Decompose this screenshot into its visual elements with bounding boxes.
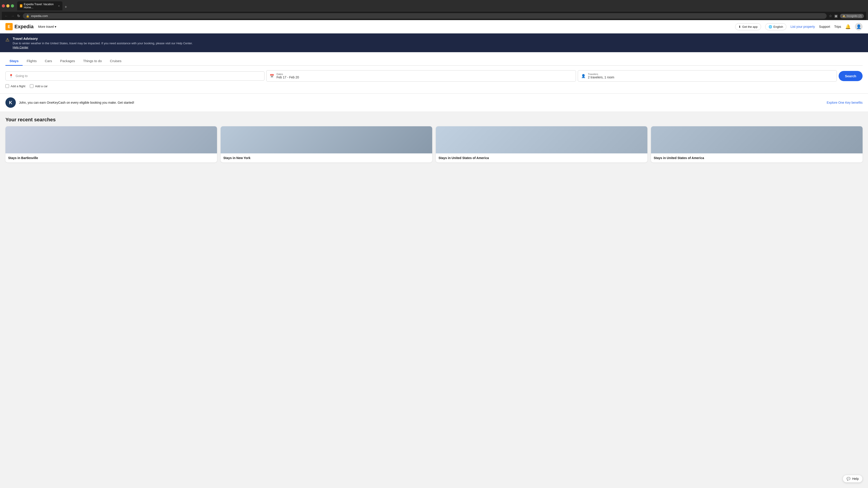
card-body-3: Stays in United States of America xyxy=(436,153,647,162)
card-image-4 xyxy=(651,126,863,153)
reload-button[interactable]: ↻ xyxy=(17,13,21,19)
card-image-1 xyxy=(5,126,217,153)
search-tabs: Stays Flights Cars Packages Things to do… xyxy=(5,57,863,66)
logo-text: Expedia xyxy=(14,24,33,30)
search-button[interactable]: Search xyxy=(839,71,863,81)
browser-chrome: × − □ E Expedia Travel: Vacation Home...… xyxy=(0,0,868,20)
add-car-label: Add a car xyxy=(35,85,48,88)
user-avatar[interactable]: 👤 xyxy=(855,23,863,31)
advisory-banner: ⚠ Travel Advisory Due to winter weather … xyxy=(0,33,868,52)
bookmark-button[interactable]: ☆ xyxy=(829,14,832,18)
site-header: E Expedia More travel ▾ ⬇ Get the app 🌐 … xyxy=(0,20,868,33)
tab-things-to-do[interactable]: Things to do xyxy=(79,57,106,66)
address-bar: ← → ↻ 🔒 expedia.com ☆ ▣ 🕵 Incognito (2) xyxy=(2,12,866,20)
recent-card-4[interactable]: Stays in United States of America xyxy=(651,126,863,162)
advisory-body: Due to winter weather in the United Stat… xyxy=(13,41,193,45)
header-left: E Expedia More travel ▾ xyxy=(5,23,56,30)
recent-card-3[interactable]: Stays in United States of America xyxy=(436,126,647,162)
travelers-value: 2 travelers, 1 room xyxy=(588,75,614,79)
rewards-banner: K John, you can earn OneKeyCash on every… xyxy=(0,94,868,111)
trips-link[interactable]: Trips xyxy=(834,25,841,29)
card-title-4: Stays in United States of America xyxy=(654,156,704,160)
main-content: Your recent searches Stays in Bartlesvil… xyxy=(0,111,868,168)
close-window-button[interactable]: × xyxy=(2,4,5,7)
card-image-placeholder-4 xyxy=(651,126,863,153)
explore-benefits-link[interactable]: Explore One Key benefits xyxy=(827,101,863,104)
dates-value: Feb 17 - Feb 20 xyxy=(276,75,299,79)
tab-stays[interactable]: Stays xyxy=(5,57,23,66)
card-title-2: Stays in New York xyxy=(223,156,250,160)
chevron-down-icon: ▾ xyxy=(55,25,56,29)
active-tab[interactable]: E Expedia Travel: Vacation Home... × xyxy=(17,1,62,10)
globe-icon: 🌐 xyxy=(769,25,772,29)
add-car-checkbox[interactable] xyxy=(30,84,33,88)
new-tab-button[interactable]: + xyxy=(63,4,69,10)
get-app-label: Get the app xyxy=(742,25,758,29)
tab-bar: E Expedia Travel: Vacation Home... × + xyxy=(17,1,69,10)
tab-favicon-icon: E xyxy=(20,4,22,7)
card-body-1: Stays in Bartlesville xyxy=(5,153,217,162)
card-image-placeholder-3 xyxy=(436,126,647,153)
language-button[interactable]: 🌐 English xyxy=(765,23,786,30)
recent-card-1[interactable]: Stays in Bartlesville xyxy=(5,126,217,162)
forward-button[interactable]: → xyxy=(10,13,15,19)
tab-cruises[interactable]: Cruises xyxy=(106,57,125,66)
travelers-label: Travelers xyxy=(588,73,614,75)
dates-content: Dates Feb 17 - Feb 20 xyxy=(276,73,299,79)
maximize-window-button[interactable]: □ xyxy=(11,4,14,7)
rewards-message: John, you can earn OneKeyCash on every e… xyxy=(19,101,134,104)
window-controls: × − □ xyxy=(2,4,14,7)
add-car-checkbox-label[interactable]: Add a car xyxy=(30,84,48,88)
header-right: ⬇ Get the app 🌐 English List your proper… xyxy=(735,23,863,31)
destination-field[interactable]: 📍 Going to xyxy=(5,71,265,80)
logo-link[interactable]: E Expedia xyxy=(5,23,33,30)
help-label: Help xyxy=(852,477,859,481)
support-link[interactable]: Support xyxy=(819,25,830,29)
travelers-field[interactable]: 👤 Travelers 2 travelers, 1 room xyxy=(578,70,837,82)
notifications-button[interactable]: 🔔 xyxy=(845,24,851,29)
more-travel-button[interactable]: More travel ▾ xyxy=(38,25,56,29)
add-flight-checkbox[interactable] xyxy=(5,84,9,88)
get-app-button[interactable]: ⬇ Get the app xyxy=(735,23,761,30)
help-button[interactable]: 💬 Help xyxy=(843,475,863,483)
tab-packages[interactable]: Packages xyxy=(56,57,79,66)
card-title-1: Stays in Bartlesville xyxy=(8,156,38,160)
bell-icon: 🔔 xyxy=(845,24,851,29)
recent-searches-grid: Stays in Bartlesville Stays in New York … xyxy=(5,126,863,162)
card-image-3 xyxy=(436,126,647,153)
list-property-link[interactable]: List your property xyxy=(790,25,815,29)
tab-flights[interactable]: Flights xyxy=(23,57,41,66)
language-label: English xyxy=(774,25,783,29)
url-bar[interactable]: 🔒 expedia.com xyxy=(23,13,827,19)
search-form: 📍 Going to 📅 Dates Feb 17 - Feb 20 👤 Tra… xyxy=(5,70,863,82)
page: E Expedia More travel ▾ ⬇ Get the app 🌐 … xyxy=(0,20,868,488)
tab-title: Expedia Travel: Vacation Home... xyxy=(24,3,56,9)
card-image-placeholder-1 xyxy=(5,126,217,153)
search-section: Stays Flights Cars Packages Things to do… xyxy=(0,52,868,94)
card-body-4: Stays in United States of America xyxy=(651,153,863,162)
dates-label: Dates xyxy=(276,73,299,75)
logo-icon: E xyxy=(5,23,13,30)
sidebar-button[interactable]: ▣ xyxy=(834,14,838,18)
address-bar-actions: ☆ ▣ 🕵 Incognito (2) xyxy=(829,14,864,18)
help-center-link[interactable]: Help Center xyxy=(13,46,28,49)
calendar-icon: 📅 xyxy=(270,74,274,78)
help-chat-icon: 💬 xyxy=(846,477,850,481)
card-body-2: Stays in New York xyxy=(221,153,432,162)
tab-close-button[interactable]: × xyxy=(58,4,60,7)
tab-cars[interactable]: Cars xyxy=(41,57,56,66)
incognito-icon: 🕵 xyxy=(842,14,846,18)
url-text: expedia.com xyxy=(31,14,48,18)
minimize-window-button[interactable]: − xyxy=(6,4,9,7)
add-flight-checkbox-label[interactable]: Add a flight xyxy=(5,84,25,88)
url-lock-icon: 🔒 xyxy=(26,14,29,18)
dates-field[interactable]: 📅 Dates Feb 17 - Feb 20 xyxy=(266,70,576,82)
more-travel-label: More travel xyxy=(38,25,54,29)
browser-titlebar: × − □ E Expedia Travel: Vacation Home...… xyxy=(2,1,866,10)
download-icon: ⬇ xyxy=(739,25,741,29)
back-button[interactable]: ← xyxy=(4,13,8,19)
travelers-content: Travelers 2 travelers, 1 room xyxy=(588,73,614,79)
destination-placeholder: Going to xyxy=(16,74,28,78)
recent-card-2[interactable]: Stays in New York xyxy=(221,126,432,162)
search-extras: Add a flight Add a car xyxy=(5,84,863,88)
